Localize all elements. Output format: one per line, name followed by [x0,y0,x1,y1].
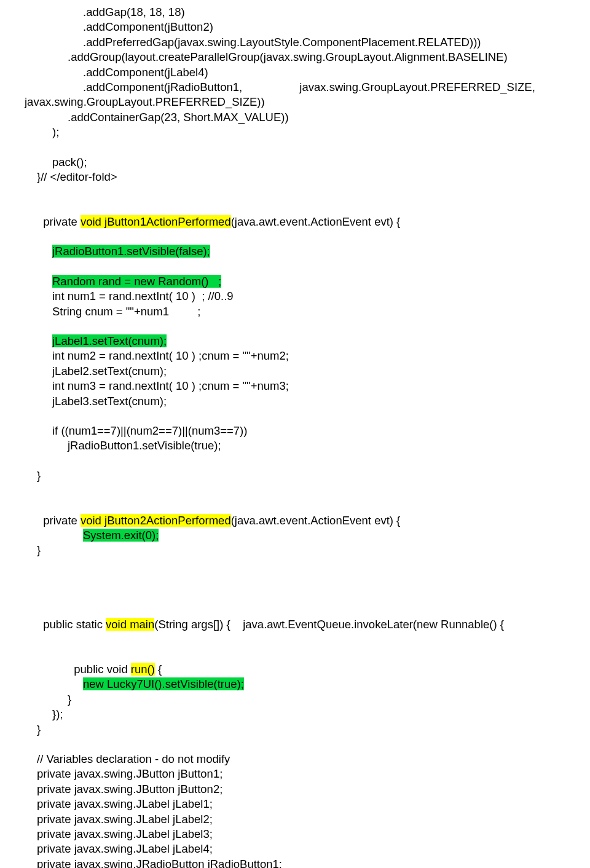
code-line: .addGap(18, 18, 18) [25,5,590,20]
code-line: }); [25,707,590,722]
code-fragment: (java.awt.event.ActionEvent evt) { [231,215,401,228]
highlight-green: jRadioButton1.setVisible(false); [52,245,210,258]
code-line: jLabel2.setText(cnum); [25,364,590,379]
code-line: }// </editor-fold> [25,170,590,184]
code-line: public static void main(String args[]) {… [25,602,590,633]
highlight-green: jLabel1.setText(cnum); [52,334,167,347]
highlight-yellow: run() [131,663,155,676]
code-line: } [25,543,590,558]
code-line: private void jButton2ActionPerformed(jav… [25,498,590,528]
highlight-yellow: void jButton2ActionPerformed [81,514,231,527]
highlight-green: Random rand = new Random() ; [52,275,221,288]
code-line: private javax.swing.JLabel jLabel3; [25,827,590,842]
code-line: .addContainerGap(23, Short.MAX_VALUE)) [25,110,590,125]
code-line: private javax.swing.JLabel jLabel2; [25,812,590,827]
code-line: int num2 = rand.nextInt( 10 ) ;cnum = ""… [25,349,590,363]
code-line: private javax.swing.JButton jButton1; [25,767,590,781]
code-fragment: private [43,215,81,228]
highlight-green: System.exit(0); [83,529,159,542]
code-line: Random rand = new Random() ; [25,274,590,289]
code-fragment: public void [74,663,131,676]
code-fragment: (String args[]) { java.awt.EventQueue.in… [154,618,504,631]
code-line: javax.swing.GroupLayout.PREFERRED_SIZE)) [25,95,590,109]
code-fragment: private [43,514,81,527]
code-line: pack(); [25,155,590,170]
code-line: private javax.swing.JButton jButton2; [25,782,590,797]
code-fragment: (java.awt.event.ActionEvent evt) { [231,514,401,527]
code-line: .addGroup(layout.createParallelGroup(jav… [25,50,590,65]
code-line: String cnum = ""+num1 ; [25,304,590,319]
code-fragment: public static [43,618,106,631]
code-line: } [25,722,590,737]
code-line: jLabel1.setText(cnum); [25,334,590,349]
code-fragment: .addComponent(jRadioButton1, [25,80,242,95]
code-line: private javax.swing.JRadioButton jRadioB… [25,857,590,868]
code-line: new Lucky7UI().setVisible(true); [25,677,590,692]
code-line: .addComponent(jButton2) [25,20,590,34]
code-line: int num1 = rand.nextInt( 10 ) ; //0..9 [25,289,590,304]
code-line: // Variables declaration - do not modify [25,752,590,767]
highlight-yellow: void main [106,618,154,631]
code-line: System.exit(0); [25,528,590,543]
code-line: int num3 = rand.nextInt( 10 ) ;cnum = ""… [25,379,590,393]
code-line: jRadioButton1.setVisible(false); [25,244,590,259]
highlight-yellow: void jButton1ActionPerformed [81,215,231,228]
code-line: } [25,468,590,483]
code-line: ); [25,125,590,140]
code-line: jLabel3.setText(cnum); [25,394,590,409]
code-fragment: { [155,663,162,676]
code-line: private javax.swing.JLabel jLabel4; [25,842,590,856]
code-line: private javax.swing.JLabel jLabel1; [25,797,590,811]
code-line: jRadioButton1.setVisible(true); [25,438,590,453]
code-line: .addComponent(jRadioButton1, javax.swing… [25,80,590,95]
code-fragment: javax.swing.GroupLayout.PREFERRED_SIZE, [299,80,535,95]
highlight-green: new Lucky7UI().setVisible(true); [83,677,244,690]
code-line: private void jButton1ActionPerformed(jav… [25,199,590,229]
code-line: if ((num1==7)||(num2==7)||(num3==7)) [25,424,590,438]
code-line: .addComponent(jLabel4) [25,65,590,80]
code-line: .addPreferredGap(javax.swing.LayoutStyle… [25,35,590,50]
code-line: public void run() { [25,647,590,677]
code-line: } [25,692,590,707]
